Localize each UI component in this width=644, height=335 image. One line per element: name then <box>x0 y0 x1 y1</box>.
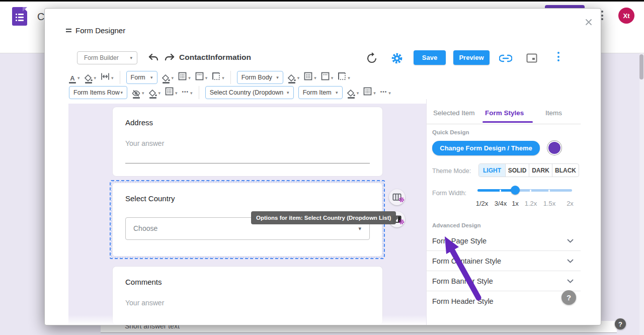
border-style-button[interactable] <box>338 71 350 83</box>
border-style-button[interactable] <box>212 71 224 83</box>
width-mark[interactable]: 3/4x <box>495 200 507 207</box>
width-mark[interactable]: 2x <box>567 200 574 207</box>
screen: C Xt Short answer text ? Form Designer F… <box>0 0 644 335</box>
caret-down-icon <box>388 91 391 99</box>
scope-select-form[interactable]: Form <box>126 71 157 84</box>
dropdown-placeholder: Choose <box>133 224 157 232</box>
border-outer-icon <box>195 72 204 83</box>
fill-color-button[interactable] <box>149 87 161 99</box>
tab-selected-item[interactable]: Selected Item <box>433 109 475 117</box>
page-scrollbar[interactable] <box>639 54 643 79</box>
caret-down-icon <box>175 91 178 99</box>
change-theme-button[interactable]: Change Form Design / Theme <box>432 141 540 155</box>
more-horizontal-icon <box>182 89 189 99</box>
caret-down-icon <box>373 91 376 99</box>
theme-color-swatch[interactable] <box>548 142 560 154</box>
scope-select-form-item[interactable]: Form Item <box>298 86 343 99</box>
help-button[interactable]: ? <box>615 318 626 329</box>
advanced-sections: Form Page Style Form Container Style For… <box>427 231 581 311</box>
section-form-page-style[interactable]: Form Page Style <box>427 231 581 251</box>
caret-down-icon <box>94 76 97 83</box>
fill-color-icon <box>347 90 355 99</box>
field-placeholder: Your answer <box>125 299 164 307</box>
fill-color-button[interactable] <box>288 71 300 83</box>
border-style-icon <box>212 72 220 83</box>
font-color-button[interactable] <box>69 71 80 83</box>
slider-thumb[interactable] <box>511 186 520 195</box>
field-placeholder: Your answer <box>125 139 164 147</box>
chevron-down-icon <box>567 259 574 263</box>
style-toolbar-row-2: Form Items Row <box>69 86 391 100</box>
scope-select-form-items-row[interactable]: Form Items Row <box>69 86 127 99</box>
border-outer-button[interactable] <box>321 71 334 83</box>
active-tab-underline <box>482 121 533 123</box>
fill-color-button[interactable] <box>85 71 97 83</box>
canvas-bottom-fade <box>68 315 426 325</box>
field-card-address[interactable]: Address Your answer <box>112 107 383 177</box>
border-all-icon <box>178 72 187 83</box>
more-options-icon[interactable] <box>557 52 559 63</box>
tab-form-styles[interactable]: Form Styles <box>485 109 524 117</box>
more-styles-button[interactable] <box>380 87 391 99</box>
save-button[interactable]: Save <box>414 50 446 65</box>
border-all-button[interactable] <box>178 71 191 83</box>
fill-color-button[interactable] <box>162 71 174 83</box>
avatar[interactable]: Xt <box>618 8 634 24</box>
row-options-button[interactable] <box>389 189 405 205</box>
width-button[interactable] <box>101 71 114 83</box>
caret-down-icon <box>331 76 334 83</box>
width-mark[interactable]: 1.2x <box>525 200 537 207</box>
section-form-banner-style[interactable]: Form Banner Style <box>427 271 581 291</box>
caret-down-icon <box>120 91 123 95</box>
caret-down-icon <box>158 91 161 99</box>
more-styles-button[interactable] <box>182 87 193 99</box>
mode-select[interactable]: Form Builder <box>77 51 137 64</box>
theme-mode-dark[interactable]: DARK <box>529 164 552 177</box>
border-all-button[interactable] <box>165 87 178 99</box>
slider-fill <box>477 189 515 192</box>
toolbar-divider <box>230 71 231 84</box>
fullscreen-icon[interactable] <box>526 53 537 65</box>
width-mark[interactable]: 1.5x <box>543 200 556 207</box>
border-all-button[interactable] <box>363 87 376 99</box>
caret-down-icon <box>276 75 279 80</box>
caret-down-icon <box>357 91 359 99</box>
caret-down-icon <box>336 91 338 95</box>
caret-down-icon <box>314 76 316 83</box>
border-outer-button[interactable] <box>195 71 208 83</box>
caret-down-icon <box>172 76 174 83</box>
google-forms-icon[interactable] <box>12 7 27 26</box>
border-all-button[interactable] <box>304 71 316 83</box>
theme-mode-light[interactable]: LIGHT <box>479 164 506 177</box>
close-icon[interactable] <box>584 18 593 27</box>
theme-mode-solid[interactable]: SOLID <box>506 164 529 177</box>
more-horizontal-icon <box>380 89 387 99</box>
border-outer-icon <box>321 72 330 83</box>
section-form-container-style[interactable]: Form Container Style <box>427 251 581 271</box>
undo-icon[interactable] <box>148 53 159 65</box>
section-form-header-style[interactable]: Form Header Style <box>427 291 581 311</box>
advanced-design-label: Advanced Design <box>432 222 481 228</box>
theme-mode-black[interactable]: BLACK <box>552 164 579 177</box>
panel-help-button[interactable]: ? <box>561 290 576 305</box>
fill-color-button[interactable] <box>347 87 359 99</box>
scope-select-item[interactable]: Select Country (Dropdown <box>205 86 294 99</box>
caret-down-icon <box>111 76 114 83</box>
settings-gear-icon[interactable] <box>391 52 403 66</box>
modal-title: Form Designer <box>66 26 125 35</box>
quick-design-label: Quick Design <box>432 129 469 135</box>
sync-icon[interactable] <box>366 52 378 66</box>
width-mark[interactable]: 1/2x <box>476 200 489 207</box>
border-style-icon <box>338 72 346 83</box>
scope-select-form-body[interactable]: Form Body <box>237 71 283 84</box>
tabs-divider <box>427 124 581 124</box>
redo-icon[interactable] <box>164 53 175 65</box>
form-width-slider[interactable] <box>477 189 572 192</box>
link-icon[interactable] <box>499 53 512 65</box>
width-mark[interactable]: 1x <box>512 200 519 207</box>
visibility-button[interactable] <box>132 87 144 99</box>
toolbar-divider <box>199 86 199 99</box>
preview-button[interactable]: Preview <box>453 50 490 65</box>
tab-items[interactable]: Items <box>545 109 562 117</box>
caret-down-icon <box>205 76 208 83</box>
